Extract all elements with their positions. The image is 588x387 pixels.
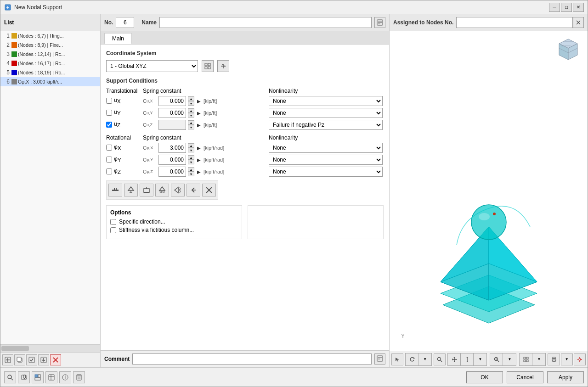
phix-checkbox[interactable] xyxy=(106,145,112,151)
calc-btn[interactable] xyxy=(73,371,85,383)
uz-check-group: uZ xyxy=(106,121,143,129)
svg-point-64 xyxy=(493,213,496,215)
phiz-spinner: ▲ ▼ xyxy=(188,167,194,176)
comment-edit-button[interactable] xyxy=(374,353,385,365)
uy-spring-input[interactable] xyxy=(158,108,186,118)
maximize-button[interactable]: □ xyxy=(561,3,572,12)
list-item[interactable]: 3 (Nodes : 12,14) | Rc... xyxy=(0,50,100,59)
uz-checkbox[interactable] xyxy=(106,122,112,128)
assigned-input[interactable] xyxy=(456,17,573,28)
phiy-spin-down[interactable]: ▼ xyxy=(188,160,194,164)
phiz-spin-down[interactable]: ▼ xyxy=(188,172,194,176)
coord-btn-1[interactable] xyxy=(202,60,214,72)
phiy-spring-input[interactable] xyxy=(158,155,186,165)
delete-button[interactable] xyxy=(50,354,61,365)
rotate-btn[interactable] xyxy=(406,353,418,365)
phix-spin-up[interactable]: ▲ xyxy=(188,143,194,148)
uz-spring-input[interactable] xyxy=(158,120,186,130)
name-edit-button[interactable] xyxy=(374,17,385,28)
view-btn-bottom[interactable] xyxy=(32,371,44,383)
support-icon-1[interactable] xyxy=(108,184,122,196)
pan-z-btn[interactable] xyxy=(461,353,474,365)
horizontal-scrollbar[interactable] xyxy=(0,345,100,352)
settings-btn[interactable] xyxy=(574,353,586,365)
list-item[interactable]: 6 Cφ,X : 3.000 kipft/r... xyxy=(0,77,100,86)
apply-button[interactable]: Apply xyxy=(547,371,584,383)
rotate-arrow[interactable]: ▼ xyxy=(418,353,431,365)
ux-arrow: ▶ xyxy=(197,99,201,104)
main-content: 1 (Nodes : 6,7) | Hing... 2 (Nodes : 8,9… xyxy=(0,31,588,367)
list-item[interactable]: 2 (Nodes : 8,9) | Fixe... xyxy=(0,40,100,50)
add-button[interactable] xyxy=(2,354,13,365)
phix-spring-input[interactable] xyxy=(158,143,186,153)
zoom-arrow[interactable]: ▼ xyxy=(503,353,516,365)
ux-spin-down[interactable]: ▼ xyxy=(188,101,194,106)
no-label: No. xyxy=(104,19,113,26)
comment-input[interactable] xyxy=(132,353,372,365)
uy-nonlin-select[interactable]: None xyxy=(269,108,383,118)
uz-spin-down[interactable]: ▼ xyxy=(188,125,194,129)
list-item[interactable]: 5 (Nodes : 18,19) | Rc... xyxy=(0,68,100,77)
info-btn[interactable]: i xyxy=(59,371,71,383)
no-input[interactable] xyxy=(116,17,134,28)
phix-spin-down[interactable]: ▼ xyxy=(188,148,194,152)
coordinate-select[interactable]: 1 - Global XYZ xyxy=(106,60,198,72)
view-mode-arrow[interactable]: ▼ xyxy=(532,353,545,365)
uy-spin-up[interactable]: ▲ xyxy=(188,108,194,113)
uy-checkbox[interactable] xyxy=(106,110,112,116)
phiy-checkbox[interactable] xyxy=(106,157,112,163)
ux-nonlin-select[interactable]: None xyxy=(269,96,383,106)
duplicate-button[interactable] xyxy=(14,354,25,365)
close-button[interactable]: ✕ xyxy=(573,3,584,12)
support-icon-4[interactable] xyxy=(155,184,169,196)
svg-point-63 xyxy=(479,213,490,220)
ux-spin-up[interactable]: ▲ xyxy=(188,96,194,101)
phiz-spin-up[interactable]: ▲ xyxy=(188,167,194,172)
pan-arrow[interactable]: ▼ xyxy=(474,353,486,365)
phiz-checkbox[interactable] xyxy=(106,168,112,174)
view-mode-btn[interactable] xyxy=(520,353,532,365)
ux-checkbox[interactable] xyxy=(106,98,112,104)
save-button[interactable] xyxy=(26,354,37,365)
magnify-btn[interactable] xyxy=(434,353,446,365)
support-icon-3[interactable] xyxy=(140,184,153,196)
list-item[interactable]: 1 (Nodes : 6,7) | Hing... xyxy=(0,31,100,40)
support-icon-2[interactable] xyxy=(124,184,138,196)
print-btn[interactable] xyxy=(548,353,560,365)
uz-nonlin-select[interactable]: Failure if negative Pz None xyxy=(269,120,383,130)
list-item[interactable]: 4 (Nodes : 16,17) | Rc... xyxy=(0,59,100,68)
grid-icon xyxy=(204,63,211,69)
ux-spring-input[interactable] xyxy=(158,96,186,106)
minimize-button[interactable]: ─ xyxy=(549,3,560,12)
phiy-spin-up[interactable]: ▲ xyxy=(188,155,194,160)
load-button[interactable] xyxy=(38,354,49,365)
scroll-thumb[interactable] xyxy=(1,346,29,351)
support-icon-5[interactable] xyxy=(171,184,185,196)
assigned-clear-button[interactable] xyxy=(573,17,584,28)
view-select-btn[interactable] xyxy=(391,353,403,365)
specific-direction-checkbox[interactable] xyxy=(110,219,116,225)
uy-spin-down[interactable]: ▼ xyxy=(188,113,194,118)
coord-btn-2[interactable] xyxy=(217,60,229,72)
name-input[interactable] xyxy=(159,17,372,28)
search-btn[interactable] xyxy=(4,371,16,383)
stiffness-via-checkbox[interactable] xyxy=(110,227,116,233)
print-arrow[interactable]: ▼ xyxy=(561,353,573,365)
phiz-spring-input[interactable] xyxy=(158,167,186,177)
zoom-btn[interactable] xyxy=(490,353,503,365)
support-icon-6[interactable] xyxy=(187,184,200,196)
support-icon-7[interactable] xyxy=(202,184,216,196)
ok-button[interactable]: OK xyxy=(466,371,503,383)
table-btn[interactable] xyxy=(45,371,57,383)
stiffness-via-label: Stiffness via fictitious column... xyxy=(119,227,194,233)
tab-main[interactable]: Main xyxy=(104,33,132,44)
rotate-icon xyxy=(409,357,415,362)
pan-xy-btn[interactable] xyxy=(448,353,461,365)
phiz-nonlin-select[interactable]: None xyxy=(269,167,383,177)
phiy-nonlin-select[interactable]: None xyxy=(269,155,383,165)
uz-spin-up[interactable]: ▲ xyxy=(188,120,194,125)
phix-nonlin-select[interactable]: None xyxy=(269,143,383,153)
cancel-button[interactable]: Cancel xyxy=(507,371,543,383)
3d-cube-navigator[interactable] xyxy=(554,37,582,64)
zero-btn[interactable]: 0.0 xyxy=(18,371,30,383)
